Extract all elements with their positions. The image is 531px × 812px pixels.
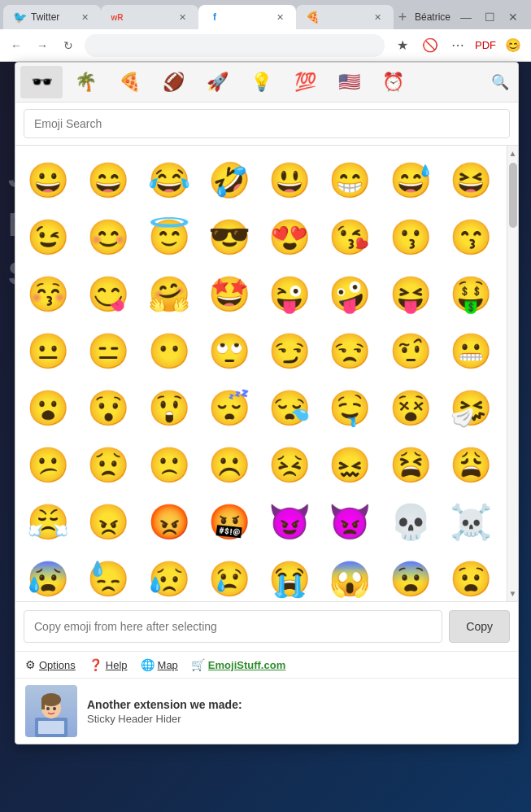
- emoji-cell[interactable]: 😀: [20, 152, 76, 207]
- bookmark-icon[interactable]: ★: [391, 34, 414, 57]
- tab-fontawesome[interactable]: f ✕: [198, 5, 296, 29]
- emoji-cell[interactable]: 😐: [20, 323, 76, 378]
- new-tab-button[interactable]: +: [397, 6, 408, 28]
- emoji-cell[interactable]: 🤑: [443, 266, 498, 321]
- emoji-cell[interactable]: 🤤: [322, 380, 377, 435]
- emoji-cell[interactable]: 😖: [322, 437, 377, 492]
- tab-twitter[interactable]: 🐦 Twitter ✕: [3, 5, 101, 29]
- pdf-icon[interactable]: PDF: [474, 34, 497, 57]
- emoji-cell[interactable]: 🤧: [443, 380, 498, 435]
- emoji-cell[interactable]: 😘: [322, 209, 377, 264]
- options-link[interactable]: ⚙ Options: [25, 658, 76, 671]
- emoji-cell[interactable]: 😪: [262, 380, 317, 435]
- emoji-cell[interactable]: 😄: [81, 152, 136, 207]
- emoji-cell[interactable]: 😩: [443, 437, 498, 492]
- emoji-cell[interactable]: 😡: [141, 494, 197, 549]
- emoji-cell[interactable]: 🤩: [202, 266, 257, 321]
- cat-objects[interactable]: 💡: [240, 66, 282, 98]
- emoji-cell[interactable]: 🙄: [202, 323, 257, 378]
- tab-wr-close[interactable]: ✕: [176, 11, 189, 24]
- emoji-cell[interactable]: 😠: [81, 494, 136, 549]
- copy-button[interactable]: Copy: [449, 610, 510, 643]
- emoji-cell[interactable]: 😊: [81, 209, 136, 264]
- close-window-button[interactable]: ✕: [505, 9, 521, 25]
- emoji-cell[interactable]: 😜: [262, 266, 317, 321]
- emoji-cell[interactable]: 😚: [20, 266, 76, 321]
- cat-recent[interactable]: ⏰: [372, 66, 414, 98]
- emoji-cell[interactable]: 😙: [443, 209, 498, 264]
- tab-twitter-close[interactable]: ✕: [78, 11, 91, 24]
- emoji-cell[interactable]: 😴: [202, 380, 257, 435]
- emoji-cell[interactable]: 🤣: [202, 152, 257, 207]
- cat-nature[interactable]: 🌴: [64, 66, 107, 98]
- emoji-search-input[interactable]: [24, 109, 510, 138]
- emoji-cell[interactable]: 👿: [322, 494, 377, 549]
- emoji-cell[interactable]: 😑: [81, 323, 136, 378]
- emojistuff-link[interactable]: 🛒 EmojiStuff.com: [191, 658, 285, 671]
- cat-flags[interactable]: 🇺🇸: [328, 66, 370, 98]
- emoji-cell[interactable]: 😰: [20, 551, 76, 601]
- copy-input[interactable]: [24, 610, 442, 643]
- emoji-cell[interactable]: 😈: [262, 494, 317, 549]
- emoji-cell[interactable]: 😗: [383, 209, 438, 264]
- back-button[interactable]: ←: [7, 36, 26, 55]
- map-link[interactable]: 🌐 Map: [141, 658, 178, 671]
- emoji-cell[interactable]: 😒: [322, 323, 377, 378]
- emoji-cell[interactable]: 😢: [202, 551, 257, 601]
- extension-icon-red[interactable]: 🚫: [419, 34, 442, 57]
- tab-fontawesome-close[interactable]: ✕: [273, 11, 286, 24]
- emoji-cell[interactable]: 😨: [383, 551, 438, 601]
- emoji-cell[interactable]: ☠️: [443, 494, 498, 549]
- overflow-menu-icon[interactable]: ⋯: [446, 34, 469, 57]
- emoji-cell[interactable]: 😓: [81, 551, 136, 601]
- maximize-button[interactable]: ☐: [481, 9, 498, 25]
- emoji-cell[interactable]: 😣: [262, 437, 317, 492]
- cat-symbols[interactable]: 💯: [284, 66, 326, 98]
- scrollbar-up[interactable]: ▲: [507, 147, 519, 159]
- emoji-cell[interactable]: 😃: [262, 152, 317, 207]
- emoji-cell[interactable]: 🤬: [202, 494, 257, 549]
- emoji-cell[interactable]: 😱: [322, 551, 377, 601]
- emoji-extension-icon[interactable]: 😊: [502, 34, 524, 57]
- scrollbar-down[interactable]: ▼: [507, 587, 519, 600]
- emoji-cell[interactable]: 😥: [141, 551, 197, 601]
- category-search-icon[interactable]: 🔍: [487, 69, 513, 95]
- emoji-cell[interactable]: 🤨: [383, 323, 438, 378]
- emoji-cell[interactable]: 😬: [443, 323, 498, 378]
- emoji-cell[interactable]: 🤪: [322, 266, 377, 321]
- minimize-button[interactable]: —: [457, 9, 475, 25]
- emoji-cell[interactable]: 😆: [443, 152, 498, 207]
- refresh-button[interactable]: ↻: [59, 36, 78, 55]
- emoji-cell[interactable]: 😲: [141, 380, 197, 435]
- emoji-cell[interactable]: ☹️: [202, 437, 257, 492]
- emoji-cell[interactable]: 😂: [141, 152, 197, 207]
- emoji-cell[interactable]: 😟: [81, 437, 136, 492]
- emoji-cell[interactable]: 😭: [262, 551, 317, 601]
- emoji-cell[interactable]: 😮: [20, 380, 76, 435]
- emoji-cell[interactable]: 😇: [141, 209, 197, 264]
- emoji-cell[interactable]: 😝: [383, 266, 438, 321]
- emoji-cell[interactable]: 🤗: [141, 266, 197, 321]
- help-link[interactable]: ❓ Help: [89, 658, 128, 671]
- emoji-cell[interactable]: 💀: [383, 494, 438, 549]
- emoji-cell[interactable]: 😶: [141, 323, 197, 378]
- emoji-cell[interactable]: 😏: [262, 323, 317, 378]
- emoji-cell[interactable]: 😋: [81, 266, 136, 321]
- cat-food[interactable]: 🍕: [108, 66, 150, 98]
- emoji-cell[interactable]: 😕: [20, 437, 76, 492]
- scrollbar-thumb[interactable]: [509, 163, 517, 228]
- emoji-cell[interactable]: 😅: [383, 152, 438, 207]
- tab-emoji-close[interactable]: ✕: [371, 11, 384, 24]
- emoji-cell[interactable]: 😍: [262, 209, 317, 264]
- cat-smiley[interactable]: 🕶️: [20, 66, 63, 98]
- tab-wr[interactable]: wR ✕: [101, 5, 198, 29]
- cat-travel[interactable]: 🚀: [196, 66, 238, 98]
- cat-activity[interactable]: 🏈: [152, 66, 194, 98]
- emoji-cell[interactable]: 😎: [202, 209, 257, 264]
- forward-button[interactable]: →: [33, 36, 52, 55]
- tab-emoji[interactable]: 🍕 ✕: [296, 5, 394, 29]
- emoji-cell[interactable]: 😉: [20, 209, 76, 264]
- emoji-cell[interactable]: 😤: [20, 494, 76, 549]
- emoji-grid-container[interactable]: 😀 😄 😂 🤣 😃 😁 😅 😆 😉 😊 😇 😎 😍 😘 😗 😙 😚: [15, 146, 507, 601]
- emoji-cell[interactable]: 😁: [322, 152, 377, 207]
